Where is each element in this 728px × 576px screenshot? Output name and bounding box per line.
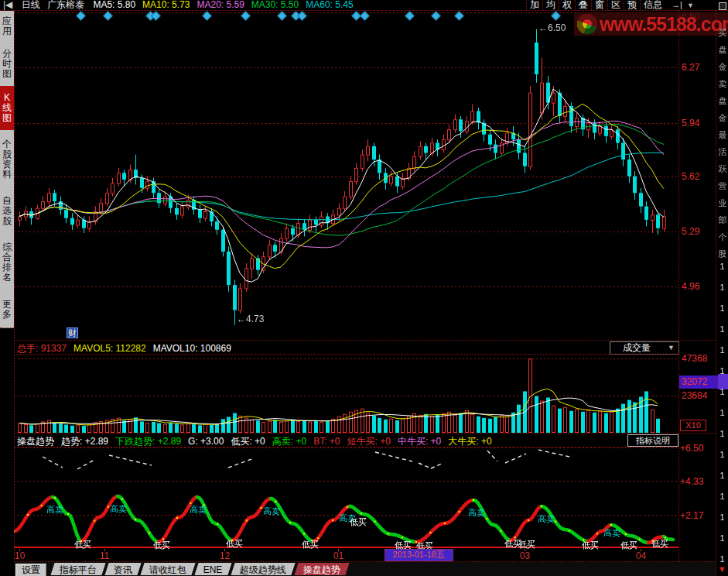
divider	[14, 10, 15, 562]
month-tick-label: 03	[520, 550, 530, 561]
divider	[716, 10, 716, 576]
strip-char: 跃	[717, 164, 728, 173]
strip-triangle-icon[interactable]: ▼	[718, 564, 726, 574]
strip-char: 买	[717, 28, 728, 37]
sidebar-item-2[interactable]: K线图	[0, 86, 14, 131]
osc-signal-label: 低买	[620, 540, 637, 550]
divider	[14, 561, 716, 562]
divider	[14, 340, 716, 341]
stock-name[interactable]: 广东榕泰	[47, 0, 84, 10]
strip-row-number: 1	[718, 303, 726, 313]
ma-legend-item: MA5: 5.80	[93, 0, 135, 10]
sidebar-item-char: 多	[2, 310, 12, 320]
topbar-button[interactable]: 区	[607, 0, 624, 10]
toolbar-tab-label: 资讯	[114, 564, 132, 576]
indicator-header: 操盘趋势趋势: +2.89下跌趋势: +2.89G: +3.00低买: +0高卖…	[14, 434, 679, 447]
ma-legend-item: MA10: 5.73	[142, 0, 190, 10]
indicator-legend-item: 低买: +0	[231, 435, 265, 447]
sidebar-item-3[interactable]: 个股资料	[0, 130, 14, 190]
toolbar-tab-1[interactable]: 指标平台	[50, 563, 105, 575]
topbar-button[interactable]: 权	[559, 0, 575, 10]
toolbar-tab-5[interactable]: 超级趋势线	[231, 563, 295, 575]
ma-legend: MA5: 5.80MA10: 5.73MA20: 5.59MA30: 5.50M…	[93, 0, 360, 10]
osc-signal-label: 高卖	[263, 506, 280, 516]
sidebar-item-5[interactable]: 综合排名	[0, 233, 14, 293]
sidebar-item-6[interactable]: 更多	[0, 292, 14, 328]
divider	[14, 433, 716, 434]
bottom-toolbar: 设置指标平台资讯请收红包ENE超级趋势线操盘趋势	[14, 562, 716, 576]
toolbar-tab-4[interactable]: ENE	[194, 563, 231, 575]
indicator-legend-item: 下跌趋势: +2.89	[115, 435, 181, 447]
strip-row-number: 1	[718, 492, 726, 501]
osc-signal-label: 高卖	[46, 505, 63, 514]
strip-char: 股	[717, 249, 728, 259]
indicator-legend: 操盘趋势趋势: +2.89下跌趋势: +2.89G: +3.00低买: +0高卖…	[17, 434, 499, 447]
topbar-button[interactable]: 预	[624, 0, 640, 10]
indicator-legend-item: BT: +0	[313, 435, 340, 447]
volume-legend-item: 总手: 91337	[17, 342, 67, 355]
indicator-legend-item: 短牛买: +0	[347, 435, 391, 447]
topbar-button[interactable]: 叠	[575, 0, 591, 10]
divider	[14, 354, 678, 355]
month-tick-label: 04	[636, 550, 646, 561]
volume-canvas[interactable]	[14, 355, 678, 433]
sidebar-item-4[interactable]: 自选股	[0, 189, 14, 234]
ma-legend-item: MA20: 5.59	[197, 0, 244, 10]
volume-unit-label: X10	[680, 420, 706, 431]
toolbar-tab-3[interactable]: 请收红包	[140, 563, 195, 575]
strip-scroll-top[interactable]	[719, 2, 726, 10]
strip-row-number: 1	[718, 471, 726, 480]
divider	[14, 447, 678, 447]
strip-row-number: 1	[718, 366, 726, 375]
strip-row-number: 1	[718, 554, 726, 564]
annotation-low: ←4.73	[237, 314, 264, 324]
strip-row-number: 1	[718, 262, 726, 271]
sidebar-item-char: 料	[2, 170, 12, 180]
toolbar-tab-6[interactable]: 操盘趋势	[294, 563, 349, 575]
strip-row-number: 1	[718, 345, 726, 355]
toolbar-tab-2[interactable]: 资讯	[104, 563, 141, 575]
sidebar-item-char: 图	[2, 113, 12, 123]
osc-signal-label: 低买	[350, 517, 367, 526]
osc-signal-label: 低买	[153, 540, 170, 550]
topbar-button[interactable]: 均	[542, 0, 559, 10]
toolbar-tab-label: ENE	[203, 564, 223, 576]
price-tick: 5.29	[682, 226, 699, 237]
strip-row-number: 1	[718, 513, 726, 522]
osc-signal-label: 高卖	[468, 508, 485, 517]
volume-indicator-selector[interactable]: 成交量 ▼	[610, 341, 679, 355]
topbar-button[interactable]: 窗	[591, 0, 607, 10]
strip-row-number: 1	[718, 450, 726, 459]
month-tick-label: 10	[15, 550, 25, 561]
osc-signal-label: 高卖	[190, 505, 207, 514]
toolbar-settings-button[interactable]: 设置	[15, 564, 46, 576]
app-window: |◀ 日线 广东榕泰 MA5: 5.80MA10: 5.73MA20: 5.59…	[0, 0, 728, 576]
sidebar-item-char: 图	[2, 69, 12, 79]
event-marker-cai[interactable]: 财	[67, 327, 78, 338]
timeframe-label[interactable]: 日线	[22, 0, 40, 10]
indicator-canvas[interactable]	[14, 447, 678, 548]
strip-row-number: 1	[718, 408, 726, 417]
indicator-tick: +4.33	[680, 476, 703, 487]
chevron-down-icon[interactable]: ▼	[687, 1, 694, 10]
indicator-legend-item: 趋势: +2.89	[61, 435, 108, 447]
annotation-high: ←6.50	[538, 23, 566, 33]
volume-legend-item: MAVOL10: 100869	[153, 342, 231, 355]
jump-end-icon[interactable]: →|	[672, 0, 682, 10]
topbar-button[interactable]: 信息	[640, 0, 665, 10]
prev-icon[interactable]: |◀	[0, 0, 15, 10]
price-tick: 5.94	[682, 118, 699, 129]
sidebar-item-0[interactable]: 应用	[0, 11, 14, 43]
strip-char: 盘	[717, 45, 728, 54]
indicator-help-button[interactable]: 指标说明	[627, 434, 678, 447]
month-tick-label: 11	[100, 550, 109, 561]
indicator-legend-item: 高卖: +0	[272, 435, 306, 447]
strip-row-number: 1	[718, 533, 726, 543]
volume-legend-item: MAVOL5: 112282	[73, 342, 146, 355]
strip-char: 个	[717, 232, 728, 242]
topbar-button[interactable]: 加	[526, 0, 542, 10]
divider	[678, 10, 679, 562]
sidebar-item-char: 股	[2, 216, 12, 226]
sidebar-item-1[interactable]: 分时图	[0, 42, 14, 87]
main-chart-canvas[interactable]	[14, 11, 678, 340]
